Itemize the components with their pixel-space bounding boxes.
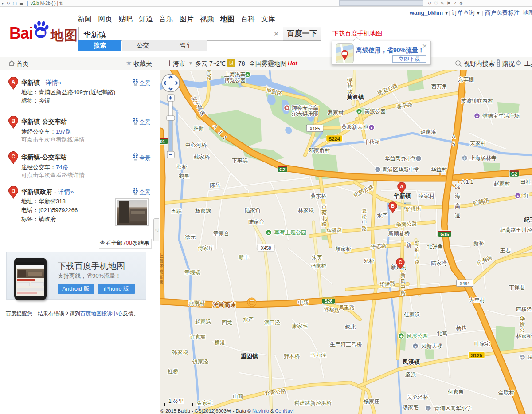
svg-text:西横泾: 西横泾 [516,306,532,312]
svg-text:⚑: ⚑ [285,106,289,110]
svg-text:青浦区华新中学: 青浦区华新中学 [382,166,419,173]
svg-text:叶家宅: 叶家宅 [474,341,490,347]
svg-text:G15: G15 [441,232,449,237]
svg-text:路: 路 [207,75,212,81]
svg-text:五联: 五联 [171,208,182,214]
svg-text:水产: 水产 [243,316,254,323]
svg-text:♣: ♣ [246,73,249,77]
svg-text:丁祥巷: 丁祥巷 [509,284,525,291]
svg-text:城: 城 [160,269,164,274]
svg-text:凤溪镇: 凤溪镇 [402,359,420,365]
svg-text:中新: 中新 [298,300,309,306]
svg-text:苑: 苑 [347,83,352,89]
svg-text:●: ● [516,194,519,198]
svg-text:速: 速 [160,280,164,285]
svg-text:C: C [12,154,16,160]
svg-text:田社: 田社 [520,179,531,185]
svg-text:钱家泾: 钱家泾 [192,359,208,365]
svg-text:沪常高速: 沪常高速 [212,301,236,308]
svg-text:殷家桥: 殷家桥 [335,246,351,252]
svg-text:中: 中 [362,220,367,226]
svg-text:孙家埭: 孙家埭 [172,349,188,355]
svg-text:东车棚: 东车棚 [458,76,474,83]
svg-text:D: D [12,188,16,194]
svg-text:公: 公 [520,327,525,333]
svg-text:青浦区嵩华小学: 青浦区嵩华小学 [434,405,472,411]
svg-text:尔夫俱乐部: 尔夫俱乐部 [292,110,318,117]
svg-text:凤: 凤 [400,278,406,284]
svg-text:B: B [391,203,395,209]
svg-text:du: du [37,29,44,36]
svg-text:华益村: 华益村 [431,166,447,173]
svg-text:坚强: 坚强 [405,371,416,378]
svg-text:洞口泾: 洞口泾 [264,319,280,326]
svg-text:♣: ♣ [400,334,403,339]
svg-text:凌家村: 凌家村 [419,193,434,199]
svg-text:金联村: 金联村 [498,390,514,396]
svg-text:A: A [452,134,455,140]
svg-text:新: 新 [406,242,411,248]
svg-text:朱英: 朱英 [312,254,322,260]
svg-text:赵家浜: 赵家浜 [420,129,436,135]
svg-text:黄渡镇: 黄渡镇 [346,94,364,100]
svg-text:华: 华 [520,315,525,322]
svg-text:♣: ♣ [358,110,360,114]
svg-text:路: 路 [362,225,367,232]
svg-text:回龙: 回龙 [222,319,232,326]
svg-text:中心河桥: 中心河桥 [185,142,207,148]
svg-text:高: 高 [160,274,164,280]
svg-text:水产: 水产 [377,213,387,219]
svg-text:许家堰: 许家堰 [190,334,206,340]
svg-text:⌂: ⌂ [427,406,429,411]
svg-text:高: 高 [455,203,460,209]
svg-text:华隆路: 华隆路 [379,280,395,288]
svg-text:府: 府 [415,247,420,253]
svg-text:沈: 沈 [455,183,460,189]
svg-text:生产河三号桥: 生产河三号桥 [330,341,362,347]
svg-text:御: 御 [523,193,528,199]
svg-text:金家宅: 金家宅 [196,400,213,406]
svg-text:绿: 绿 [347,77,352,83]
svg-text:鹤星: 鹤星 [179,173,189,179]
svg-text:G2: G2 [279,167,286,172]
svg-text:康家宅: 康家宅 [292,323,308,329]
svg-text:新桥: 新桥 [473,240,484,246]
svg-text:●: ● [370,126,372,130]
svg-text:绕: 绕 [160,264,164,269]
svg-text:燕南村: 燕南村 [188,300,205,306]
svg-text:赵家浜: 赵家浜 [195,319,211,325]
svg-text:博览公园: 博览公园 [224,77,246,83]
svg-text:杨家埭: 杨家埭 [195,208,211,214]
svg-text:吴仓泾桥: 吴仓泾桥 [407,394,428,400]
svg-text:新: 新 [415,241,420,247]
svg-text:杨家庄: 杨家庄 [364,398,379,405]
svg-text:兄桥: 兄桥 [364,258,374,264]
svg-text:鲜德宝生活广场: 鲜德宝生活广场 [482,113,520,119]
svg-text:华腾路: 华腾路 [326,227,342,234]
svg-text:北葛: 北葛 [437,331,447,337]
svg-text:戴家桥: 戴家桥 [194,154,210,160]
svg-text:罗家村: 罗家村 [328,110,344,116]
svg-text:章家台: 章家台 [213,230,229,237]
svg-text:胜新: 胜新 [193,125,204,131]
svg-text:松: 松 [362,214,367,220]
svg-text:中: 中 [415,252,420,259]
svg-text:1 公里: 1 公里 [168,398,184,404]
svg-text:千秋桥: 千秋桥 [364,139,380,145]
svg-text:章堰镇: 章堰镇 [184,269,200,276]
svg-text:卍: 卍 [520,355,524,360]
svg-text:B: B [12,118,16,124]
svg-text:G2: G2 [511,172,517,177]
svg-text:宋家村: 宋家村 [470,140,486,146]
svg-text:速: 速 [455,213,460,219]
svg-text:华强街: 华强街 [405,205,421,213]
svg-text:501: 501 [160,139,165,144]
svg-text:新顾巷桥: 新顾巷桥 [388,230,410,237]
svg-text:路: 路 [400,290,406,296]
svg-text:芦: 芦 [321,204,327,210]
svg-text:徐元: 徐元 [185,234,196,240]
svg-text:陆家湾: 陆家湾 [431,260,447,266]
svg-text:⌂: ⌂ [376,168,379,172]
svg-text:卍: 卍 [463,156,467,161]
svg-text:下事浜: 下事浜 [232,158,248,164]
